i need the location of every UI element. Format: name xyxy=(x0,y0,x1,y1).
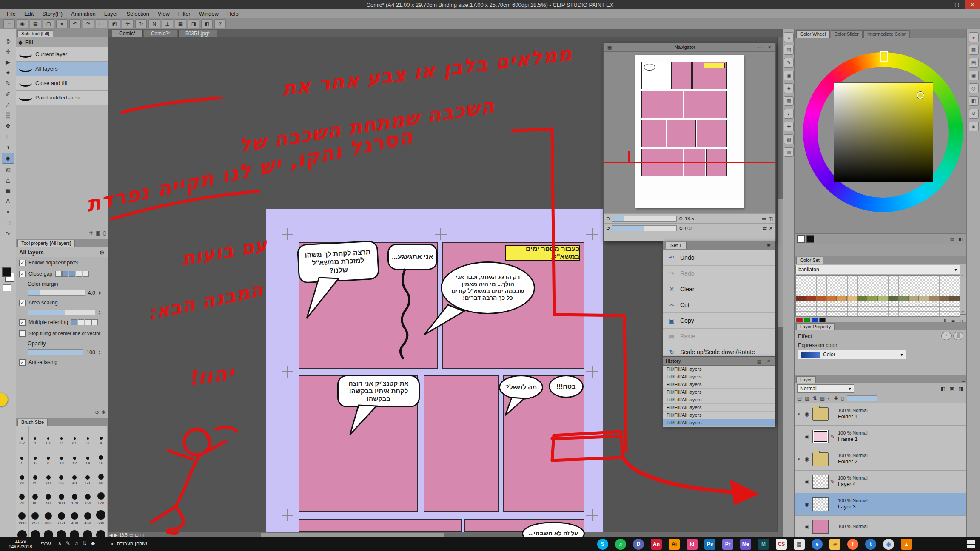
minimize-button[interactable]: – xyxy=(934,0,949,9)
brush-size-cell[interactable]: 25 xyxy=(29,466,42,486)
clip-studio-tray-icon[interactable]: ◆ xyxy=(91,540,95,546)
move-canvas-button[interactable]: ✛ xyxy=(122,19,134,28)
brush-size-cell[interactable]: 120 xyxy=(68,486,81,506)
layer-visibility-eye-icon[interactable]: ◉ xyxy=(803,434,811,440)
skype[interactable]: S xyxy=(597,539,608,550)
zoom-out-icon[interactable]: ⊖ xyxy=(606,216,610,222)
file-explorer[interactable]: ▰ xyxy=(829,539,840,550)
brush-size-cell[interactable]: 150 xyxy=(81,486,94,506)
frame-border-tool[interactable]: ▦ xyxy=(2,185,14,196)
brush-size-cell[interactable]: 3 xyxy=(81,426,94,446)
zoom-in-icon[interactable]: ⊕ xyxy=(679,216,683,222)
history-entry[interactable]: Fill/Fill/All layers xyxy=(663,419,775,427)
layer-visibility-eye-icon[interactable]: ◉ xyxy=(803,524,811,530)
menu-item[interactable]: Window xyxy=(195,10,223,17)
info-dock-icon[interactable]: ◧ xyxy=(969,96,979,106)
anti-aliasing-checkbox[interactable]: ✓ xyxy=(19,359,26,366)
subtool-panel-tab[interactable]: Sub Tool [Fill] xyxy=(17,30,53,37)
undo-button[interactable]: ↶ xyxy=(69,19,81,28)
brush-size-cell[interactable]: 12 xyxy=(68,446,81,466)
subtool-item[interactable]: Paint unfilled area xyxy=(16,91,108,105)
layer-name[interactable]: Layer 4 xyxy=(838,481,868,488)
brush-size-cell[interactable]: 300 xyxy=(42,506,55,526)
brush-size-cell[interactable]: 50 xyxy=(81,466,94,486)
figure-tool[interactable]: △ xyxy=(2,175,14,185)
rotate-canvas-button[interactable]: ↻ xyxy=(135,19,147,28)
duplicate-subtool-button[interactable]: ▣ xyxy=(96,230,100,236)
fit-screen-icon[interactable]: ▤ xyxy=(129,533,133,537)
rotate-left-icon[interactable]: ↺ xyxy=(606,226,610,231)
invert-selection-button[interactable]: ◩ xyxy=(109,19,120,28)
color-set-tab[interactable]: Color Set xyxy=(796,257,823,264)
clip-studio-paint[interactable]: CS xyxy=(776,539,787,550)
layer-row[interactable]: ▾ ◉ 100 % Normal Folder 2 xyxy=(795,448,967,471)
rotate-right-icon[interactable]: ↻ xyxy=(679,226,683,231)
maximize-button[interactable]: ▢ xyxy=(949,0,965,9)
zoom-in-icon[interactable]: ▶ xyxy=(114,533,118,537)
brush-size-cell[interactable]: 16 xyxy=(94,446,108,466)
color-set-grid[interactable] xyxy=(795,275,960,317)
paste-item[interactable]: ▤ Paste xyxy=(663,329,775,344)
navigator-header[interactable]: ▤ Navigator ▭ ✕ xyxy=(604,43,775,52)
canvas-tab[interactable]: 50351.jpg* xyxy=(178,30,217,37)
history-menu-icon[interactable]: ▤ xyxy=(756,358,763,364)
adobe-media-encoder[interactable]: Me xyxy=(740,539,751,550)
selection-tool[interactable]: ▢ xyxy=(2,217,14,227)
main-menu-button[interactable]: ≡ xyxy=(3,19,15,28)
multiple-referring-checkbox[interactable]: ✓ xyxy=(19,319,26,326)
color-panel-tab[interactable]: Color Slider xyxy=(831,30,863,38)
eyedropper-tool[interactable]: ✦ xyxy=(2,68,14,78)
layer-dock-icon[interactable]: ▣ xyxy=(969,71,979,80)
layer-opacity-slider[interactable] xyxy=(847,395,877,401)
menu-item[interactable]: Animation xyxy=(67,10,100,17)
firefox[interactable]: f xyxy=(847,539,858,550)
volume-tray-icon[interactable]: ♫ xyxy=(74,540,78,546)
history-entry[interactable]: Fill/Fill/All layers xyxy=(663,389,775,396)
brush-size-cell[interactable]: 450 xyxy=(81,506,94,526)
navigator-zoom-slider[interactable] xyxy=(612,216,677,222)
navigator-rotate-slider[interactable] xyxy=(612,225,677,231)
layer-property-tab[interactable]: Layer Property xyxy=(796,323,835,330)
flip-horizontal-icon[interactable]: ⇄ xyxy=(763,226,767,231)
menu-item[interactable]: File xyxy=(3,10,20,17)
brush-size-cell[interactable]: 2.5 xyxy=(68,426,81,446)
flip-view-icon[interactable]: ◫ xyxy=(140,533,144,537)
opacity-slider[interactable] xyxy=(28,349,83,355)
color-values-icon[interactable]: ◧ xyxy=(957,236,964,242)
subtool-item[interactable]: Current layer xyxy=(16,47,108,62)
brush-size-cell[interactable]: 60 xyxy=(94,466,108,486)
pen-tablet-tray-icon[interactable]: ✎ xyxy=(66,540,70,546)
save-document-button[interactable]: ▼ xyxy=(56,19,68,28)
previous-color-swatch[interactable] xyxy=(806,235,814,243)
discord[interactable]: D xyxy=(633,539,644,550)
adobe-animate[interactable]: An xyxy=(651,539,662,550)
brush-size-cell[interactable]: 40 xyxy=(68,466,81,486)
transfer-layer-icon[interactable]: ⇅ xyxy=(813,395,817,401)
layer-row[interactable]: ◉ 100 % Normal xyxy=(795,516,967,538)
internet-explorer[interactable]: e xyxy=(812,539,823,550)
canvas-horizontal-scrollbar[interactable] xyxy=(108,532,783,537)
brush-size-cell[interactable]: 14 xyxy=(81,446,94,466)
snap-ruler-button[interactable]: ⊥ xyxy=(162,19,173,28)
fit-to-screen-icon[interactable]: ▭ xyxy=(762,216,766,222)
border-effect-icon[interactable]: ◐ xyxy=(941,332,952,340)
csp-start-button[interactable]: ◉ xyxy=(17,19,28,28)
brush-size-cell[interactable]: 30 xyxy=(42,466,55,486)
menu-item[interactable]: Story(P) xyxy=(38,10,67,17)
close-gap-segments[interactable] xyxy=(55,271,89,277)
layer-row[interactable]: ◉ ✎ 100 % Normal Layer 4 xyxy=(795,471,967,493)
color-wheel-area[interactable]: ▤ ◧ xyxy=(795,38,967,244)
history-entry[interactable]: Fill/Fill/All layers xyxy=(663,412,775,419)
help-button[interactable]: ? xyxy=(214,19,226,28)
menu-item[interactable]: Selection xyxy=(122,10,153,17)
menu-item[interactable]: Edit xyxy=(20,10,38,17)
add-layer-icon[interactable]: ✚ xyxy=(834,395,838,401)
color-margin-stepper[interactable]: ▲▼ xyxy=(98,290,104,295)
brush-size-cell[interactable]: 100 xyxy=(55,486,68,506)
transparent-color-swatch[interactable] xyxy=(3,284,11,291)
history-close-icon[interactable]: ✕ xyxy=(765,358,772,364)
brush-size-cell[interactable]: 35 xyxy=(55,466,68,486)
brush-size-cell[interactable]: 4 xyxy=(94,426,108,446)
area-scaling-slider[interactable] xyxy=(28,310,95,315)
color-margin-slider[interactable] xyxy=(28,290,85,296)
